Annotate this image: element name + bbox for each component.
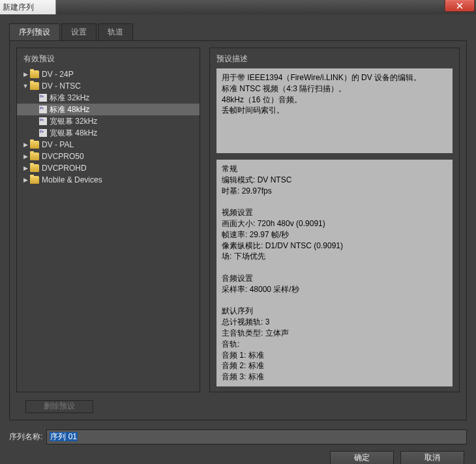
chevron-down-icon: ▼ [21, 83, 30, 89]
dialog-buttons: 确定 取消 [9, 451, 464, 464]
close-button[interactable] [445, 0, 475, 12]
tree-label: 宽银幕 48kHz [50, 128, 97, 139]
tree-label: 宽银幕 32kHz [50, 116, 97, 127]
chevron-right-icon: ▶ [21, 153, 30, 160]
chevron-right-icon: ▶ [21, 177, 30, 183]
description-panel: 预设描述 用于带 IEEE1394（FireWire/i.LINK）的 DV 设… [209, 48, 460, 392]
panel: 有效预设 ▶DV - 24P ▼DV - NTSC 标准 32kHz 标准 48… [9, 41, 467, 420]
tree-folder-dv-ntsc[interactable]: ▼DV - NTSC [17, 80, 200, 92]
sequence-name-label: 序列名称: [9, 431, 42, 442]
tree-folder-dv-24p[interactable]: ▶DV - 24P [17, 68, 200, 80]
chevron-right-icon: ▶ [21, 71, 30, 78]
tab-tracks[interactable]: 轨道 [98, 23, 133, 40]
tree-label: 标准 32kHz [50, 93, 89, 104]
cancel-button[interactable]: 取消 [400, 451, 464, 464]
sequence-name-input[interactable]: 序列 01 [46, 429, 467, 444]
tree-label: 标准 48kHz [50, 104, 89, 115]
available-presets-panel: 有效预设 ▶DV - 24P ▼DV - NTSC 标准 32kHz 标准 48… [16, 48, 200, 392]
ok-button[interactable]: 确定 [330, 451, 394, 464]
tab-settings[interactable]: 设置 [61, 23, 97, 40]
preset-icon [39, 106, 47, 113]
tree-label: Mobile & Devices [42, 175, 102, 184]
tree-label: DVCPRO50 [42, 152, 84, 161]
preset-tree[interactable]: ▶DV - 24P ▼DV - NTSC 标准 32kHz 标准 48kHz 宽… [17, 68, 200, 186]
sequence-name-row: 序列名称: 序列 01 [9, 429, 467, 444]
available-presets-title: 有效预设 [17, 53, 200, 68]
tree-label: DVCPROHD [42, 164, 87, 173]
tree-label: DV - NTSC [42, 81, 81, 91]
preset-spec-text: 常规编辑模式: DV NTSC时基: 29.97fps视频设置画面大小: 720… [216, 160, 453, 386]
window-title: 新建序列 [0, 0, 56, 14]
tree-label: DV - 24P [42, 70, 74, 79]
folder-icon [30, 141, 39, 149]
sequence-name-value: 序列 01 [50, 432, 78, 441]
tree-folder-dvcprohd[interactable]: ▶DVCPROHD [17, 162, 200, 174]
tree-folder-dv-pal[interactable]: ▶DV - PAL [17, 139, 200, 151]
folder-icon [30, 176, 39, 184]
folder-icon [30, 82, 39, 90]
delete-preset-button[interactable]: 删除预设 [25, 400, 93, 413]
folder-icon [30, 152, 39, 160]
folder-icon [30, 164, 39, 172]
description-title: 预设描述 [210, 53, 459, 68]
tree-folder-dvcpro50[interactable]: ▶DVCPRO50 [17, 151, 200, 162]
close-icon [456, 3, 463, 9]
tab-sequence-presets[interactable]: 序列预设 [9, 23, 60, 40]
tree-preset-std-32khz[interactable]: 标准 32kHz [17, 92, 200, 104]
preset-description-text: 用于带 IEEE1394（FireWire/i.LINK）的 DV 设备的编辑。… [216, 68, 453, 153]
chevron-right-icon: ▶ [21, 141, 30, 148]
tree-preset-wide-48khz[interactable]: 宽银幕 48kHz [17, 127, 200, 139]
window-titlebar: 新建序列 [0, 0, 476, 14]
tree-preset-std-48khz[interactable]: 标准 48kHz [17, 104, 200, 115]
tree-label: DV - PAL [42, 140, 74, 149]
preset-icon [39, 117, 47, 125]
tree-preset-wide-32khz[interactable]: 宽银幕 32kHz [17, 115, 200, 127]
tree-folder-mobile[interactable]: ▶Mobile & Devices [17, 174, 200, 186]
preset-icon [39, 94, 47, 102]
folder-icon [30, 70, 39, 78]
tab-bar: 序列预设 设置 轨道 [9, 23, 467, 41]
preset-icon [39, 129, 47, 137]
chevron-right-icon: ▶ [21, 165, 30, 171]
